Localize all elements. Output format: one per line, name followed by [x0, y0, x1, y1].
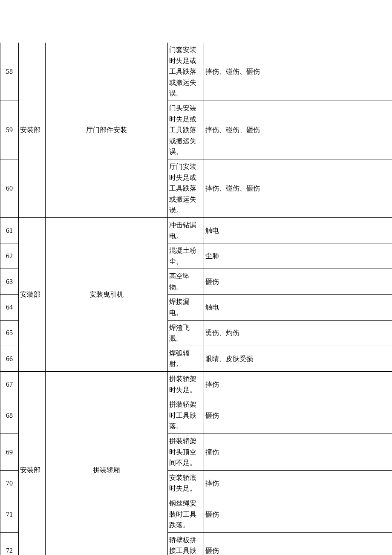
row-number: 67	[0, 372, 19, 397]
harm-cell: 砸伤	[204, 269, 392, 295]
dept-cell: 安装部	[19, 43, 46, 217]
row-number: 60	[0, 159, 19, 217]
cause-cell: 高空坠物。	[168, 269, 204, 295]
harm-cell: 烫伤、灼伤	[204, 320, 392, 346]
cause-cell: 门头安装时失足或工具跌落或搬运失误。	[168, 101, 204, 159]
dept-cell: 安装部	[19, 217, 46, 371]
cause-cell: 轿壁板拼接工具跌落。	[168, 532, 204, 555]
row-number: 66	[0, 346, 19, 371]
table-row: 61安装部安装曳引机冲击钻漏电。触电	[0, 217, 392, 243]
cause-cell: 混凝土粉尘。	[168, 243, 204, 269]
table-row: 67安装部拼装轿厢拼装轿架时失足。摔伤	[0, 372, 392, 397]
row-number: 65	[0, 320, 19, 346]
cause-cell: 拼装轿架时头顶空间不足。	[168, 434, 204, 471]
row-number: 58	[0, 43, 19, 101]
harm-cell: 砸伤	[204, 532, 392, 555]
cause-cell: 焊接漏电。	[168, 295, 204, 320]
row-number: 71	[0, 496, 19, 532]
cause-cell: 安装轿底时失足。	[168, 470, 204, 496]
cause-cell: 厅门安装时失足或工具跌落或搬运失误。	[168, 159, 204, 217]
cause-cell: 拼装轿架时失足。	[168, 372, 204, 397]
harm-cell: 摔伤	[204, 470, 392, 496]
cause-cell: 冲击钻漏电。	[168, 217, 204, 243]
harm-cell: 尘肺	[204, 243, 392, 269]
row-number: 61	[0, 217, 19, 243]
row-number: 69	[0, 434, 19, 471]
cause-cell: 焊渣飞溅。	[168, 320, 204, 346]
harm-cell: 触电	[204, 217, 392, 243]
harm-cell: 摔伤、碰伤、砸伤	[204, 159, 392, 217]
row-number: 63	[0, 269, 19, 295]
harm-cell: 触电	[204, 295, 392, 320]
harm-cell: 砸伤	[204, 496, 392, 532]
row-number: 59	[0, 101, 19, 159]
row-number: 68	[0, 397, 19, 434]
task-cell: 拼装轿厢	[46, 372, 168, 555]
cause-cell: 钢丝绳安装时工具跌落。	[168, 496, 204, 532]
harm-cell: 摔伤、碰伤、砸伤	[204, 43, 392, 101]
harm-cell: 撞伤	[204, 434, 392, 471]
hazard-table: 58安装部厅门部件安装门套安装时失足或工具跌落或搬运失误。摔伤、碰伤、砸伤59门…	[0, 43, 392, 555]
row-number: 64	[0, 295, 19, 320]
harm-cell: 摔伤	[204, 372, 392, 397]
harm-cell: 摔伤、碰伤、砸伤	[204, 101, 392, 159]
task-cell: 厅门部件安装	[46, 43, 168, 217]
row-number: 70	[0, 470, 19, 496]
cause-cell: 焊弧辐射。	[168, 346, 204, 371]
row-number: 62	[0, 243, 19, 269]
cause-cell: 拼装轿架时工具跌落。	[168, 397, 204, 434]
cause-cell: 门套安装时失足或工具跌落或搬运失误。	[168, 43, 204, 101]
table-row: 58安装部厅门部件安装门套安装时失足或工具跌落或搬运失误。摔伤、碰伤、砸伤	[0, 43, 392, 101]
harm-cell: 眼睛、皮肤受损	[204, 346, 392, 371]
dept-cell: 安装部	[19, 372, 46, 555]
task-cell: 安装曳引机	[46, 217, 168, 371]
harm-cell: 砸伤	[204, 397, 392, 434]
row-number: 72	[0, 532, 19, 555]
